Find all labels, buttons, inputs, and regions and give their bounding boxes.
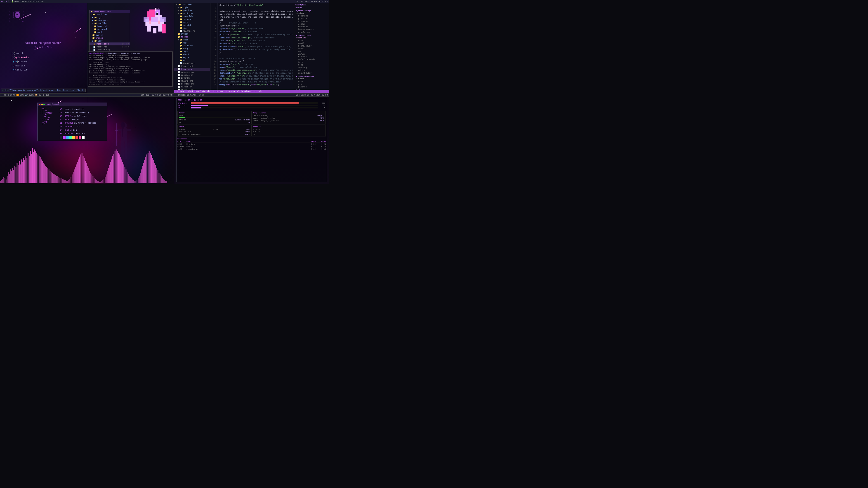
ft-work2[interactable]: 📁work <box>174 21 210 24</box>
er-theme[interactable]: theme <box>293 47 329 50</box>
viz-bar <box>158 170 158 183</box>
svg-rect-20 <box>117 129 121 131</box>
ft-profiles[interactable]: ▼📁profiles <box>174 12 210 15</box>
editor-outline: description outputs systemSettings syste… <box>293 3 329 90</box>
disk1-row: /dev/dm-0 / 504GB <box>179 131 250 133</box>
ft-shell[interactable]: 📁shell <box>174 53 210 56</box>
er-name2[interactable]: name <box>293 80 329 83</box>
er-browser[interactable]: browser <box>293 56 329 58</box>
viz-bar <box>136 180 137 183</box>
top-bar: ❖ Tech 🔋 100% CPU 20% MEM 100% 28 Sat 20… <box>0 0 329 3</box>
fe-work[interactable]: 📁work <box>90 31 130 34</box>
er-username[interactable]: username <box>293 37 329 39</box>
ft-dotfiles[interactable]: ▼📁.dotfiles <box>174 3 210 6</box>
er-editor[interactable]: editor <box>293 69 329 72</box>
minimize-dot[interactable] <box>41 104 43 105</box>
ft-desktop-png[interactable]: 📄desktop.png <box>174 83 210 86</box>
color-4 <box>69 136 72 139</box>
viz-bar <box>98 181 99 183</box>
er-grubdevice[interactable]: grubDevice <box>293 31 329 34</box>
ft-pkgs[interactable]: 📁pkgs <box>174 50 210 53</box>
ft-license[interactable]: 📄LICENSE <box>174 76 210 79</box>
er-src[interactable]: src <box>293 83 329 86</box>
fe-themes[interactable]: 📁themes <box>90 37 130 39</box>
nf-body: WE| ;;;;// ;;:::://#### :: // :: // // \… <box>37 106 107 141</box>
ft-readme-main[interactable]: 📄README.org <box>174 79 210 83</box>
ft-user2[interactable]: ▼📁user <box>174 38 210 41</box>
fe-dotfiles[interactable]: ▼📁.dotfiles <box>90 13 130 16</box>
er-spawneditor[interactable]: spawnEditor <box>293 72 329 74</box>
fe-homelab[interactable]: 📁home lab <box>90 25 130 28</box>
fe-flake-lock[interactable]: 🔒flake.lock 27.5 K <box>90 42 130 45</box>
ft-system2[interactable]: 📁system <box>174 33 210 35</box>
ft-flake-lock2[interactable]: 📄flake.lock <box>174 65 210 68</box>
ft-homelab2[interactable]: 📁home lab <box>174 15 210 18</box>
viz-bar <box>134 181 135 183</box>
ft-readme-profiles[interactable]: 📄README.org <box>174 30 210 33</box>
viz-bar <box>41 160 42 183</box>
ft-wsl[interactable]: 📁wsl <box>174 27 210 30</box>
er-nixpkgs-header: ▼ nixpkgs-patched <box>293 74 329 77</box>
er-system2[interactable]: system <box>293 77 329 80</box>
ft-wm[interactable]: 📁wm <box>174 59 210 62</box>
viz-bar <box>101 181 102 183</box>
er-profile[interactable]: profile <box>293 18 329 20</box>
er-email[interactable]: email <box>293 42 329 45</box>
er-name[interactable]: name <box>293 39 329 42</box>
fe-system[interactable]: 📁system <box>90 34 130 37</box>
er-wmtype[interactable]: wmType <box>293 53 329 56</box>
ft-worklab2[interactable]: 📁worklab <box>174 24 210 27</box>
bottom-status-bar: ❖ Tech 100% 📶 20% 🔊 100% 📦 28 ⏱ 108 Sat … <box>0 94 174 97</box>
viz-bar <box>112 156 113 183</box>
net-zero-label: 0% <box>253 133 255 135</box>
svg-rect-6 <box>153 28 156 33</box>
fe-profiles[interactable]: ▼📁profiles <box>90 22 130 25</box>
er-bootmode[interactable]: bootMode <box>293 26 329 28</box>
ft-patches[interactable]: ▶📁patches <box>174 9 210 12</box>
fe-flake-nix[interactable]: 📄flake.nix 2.26 K <box>90 45 130 48</box>
ft-harden-sh[interactable]: 📄harden.sh <box>174 86 210 88</box>
proc-row-emacs: 559631 emacs 0.28 0.7% <box>178 145 326 148</box>
er-timezone[interactable]: timezone <box>293 20 329 23</box>
viz-bar <box>149 151 150 183</box>
ft-app[interactable]: 📁app <box>174 41 210 44</box>
ft-flake-nix2[interactable]: 📄flake.nix <box>174 68 210 71</box>
code-content[interactable]: description = "Flake of LibrePhoenix"; o… <box>218 3 293 90</box>
viz-bar <box>152 158 153 183</box>
close-dot[interactable] <box>39 104 40 105</box>
viz-bar <box>72 174 72 183</box>
process-title: Processes <box>178 138 326 140</box>
viz-bar <box>165 181 166 183</box>
er-hostname[interactable]: hostname <box>293 15 329 18</box>
er-bootmountpath[interactable]: bootMountPath <box>293 28 329 31</box>
er-dotfilesdir[interactable]: dotfilesDir <box>293 45 329 47</box>
viz-bar <box>30 151 31 183</box>
ft-git[interactable]: ▶📁.git <box>174 6 210 9</box>
fe-user[interactable]: ▶📁user <box>90 39 130 42</box>
ft-style[interactable]: 📁style <box>174 56 210 59</box>
disk2-size: 504GB <box>245 133 250 135</box>
url-bar[interactable]: file:///home/emmet/.browser/Tech/config/… <box>1 89 86 92</box>
er-defaultroamdir[interactable]: defaultRoamDir <box>293 58 329 61</box>
er-fontpkg[interactable]: fontPkg <box>293 66 329 69</box>
proc-mem-3: 0.1% <box>315 148 326 150</box>
fe-personal[interactable]: 📁personal <box>90 28 130 31</box>
er-term[interactable]: term <box>293 61 329 64</box>
fe-git[interactable]: ▶📁.git <box>90 16 130 19</box>
ft-personal2[interactable]: 📁personal <box>174 18 210 21</box>
ft-install-org2[interactable]: 📄install.org <box>174 71 210 74</box>
ft-install-sh[interactable]: 📄install.sh <box>174 74 210 76</box>
er-system[interactable]: system <box>293 12 329 15</box>
ft-themes[interactable]: 📁themes <box>174 35 210 38</box>
er-patches[interactable]: patches <box>293 86 329 88</box>
window-controls <box>39 104 45 105</box>
maximize-dot[interactable] <box>43 104 45 105</box>
ft-readme-user[interactable]: 📄README.org <box>174 62 210 65</box>
fe-install-org[interactable]: 📄install.org <box>90 48 130 51</box>
er-locale[interactable]: locale <box>293 23 329 26</box>
er-wm[interactable]: wm <box>293 50 329 53</box>
fe-patches[interactable]: ▶📁patches <box>90 19 130 22</box>
ft-hardware[interactable]: 📁hardware <box>174 44 210 47</box>
ft-lang[interactable]: 📁lang <box>174 47 210 50</box>
er-font[interactable]: font <box>293 64 329 66</box>
